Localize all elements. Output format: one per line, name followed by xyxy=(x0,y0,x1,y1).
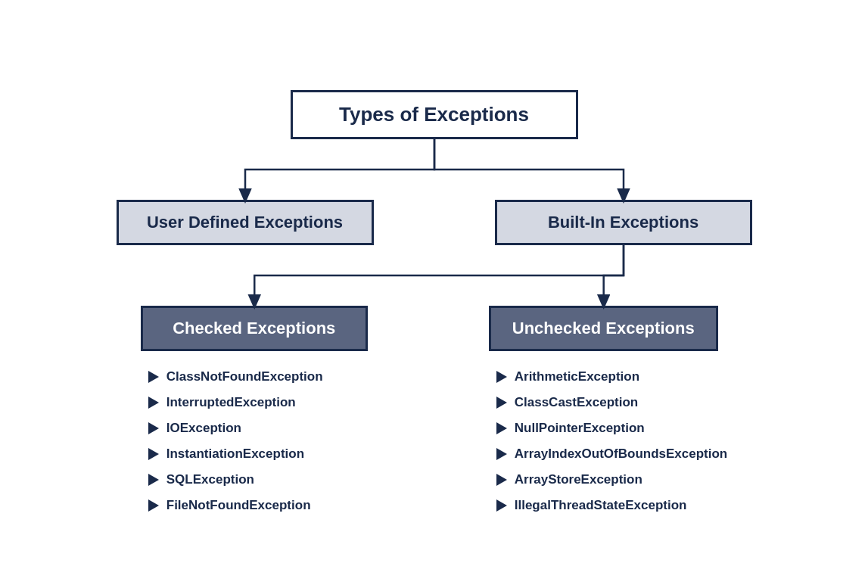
list-item: SQLException xyxy=(148,472,323,487)
root-label: Types of Exceptions xyxy=(339,103,529,126)
arrow-icon xyxy=(496,422,507,434)
arrow-icon xyxy=(148,448,159,460)
list-item: ArithmeticException xyxy=(496,369,727,384)
list-item: ArrayIndexOutOfBoundsException xyxy=(496,446,727,462)
checked-box: Checked Exceptions xyxy=(141,306,368,351)
diagram: Types of Exceptions User Defined Excepti… xyxy=(18,75,851,513)
root-box: Types of Exceptions xyxy=(291,90,578,139)
arrow-icon xyxy=(148,499,159,512)
unchecked-label: Unchecked Exceptions xyxy=(512,319,695,338)
unchecked-box: Unchecked Exceptions xyxy=(489,306,718,351)
arrow-icon xyxy=(496,397,507,409)
list-item: InterruptedException xyxy=(148,395,323,410)
user-defined-label: User Defined Exceptions xyxy=(147,213,343,232)
arrow-icon xyxy=(148,422,159,434)
checked-label: Checked Exceptions xyxy=(173,319,335,338)
list-item: ArrayStoreException xyxy=(496,472,727,487)
list-item: IllegalThreadStateException xyxy=(496,498,727,513)
list-item: InstantiationException xyxy=(148,446,323,462)
checked-list: ClassNotFoundExceptionInterruptedExcepti… xyxy=(141,369,323,513)
list-item: ClassCastException xyxy=(496,395,727,410)
list-item: NullPointerException xyxy=(496,421,727,436)
user-defined-box: User Defined Exceptions xyxy=(117,200,374,245)
built-in-label: Built-In Exceptions xyxy=(548,213,698,232)
arrow-icon xyxy=(148,397,159,409)
list-item: ClassNotFoundException xyxy=(148,369,323,384)
list-item: IOException xyxy=(148,421,323,436)
arrow-icon xyxy=(496,448,507,460)
arrow-icon xyxy=(496,499,507,512)
built-in-box: Built-In Exceptions xyxy=(495,200,752,245)
arrow-icon xyxy=(148,474,159,486)
unchecked-list: ArithmeticExceptionClassCastExceptionNul… xyxy=(489,369,727,513)
list-item: FileNotFoundException xyxy=(148,498,323,513)
arrow-icon xyxy=(496,474,507,486)
arrow-icon xyxy=(496,371,507,383)
arrow-icon xyxy=(148,371,159,383)
